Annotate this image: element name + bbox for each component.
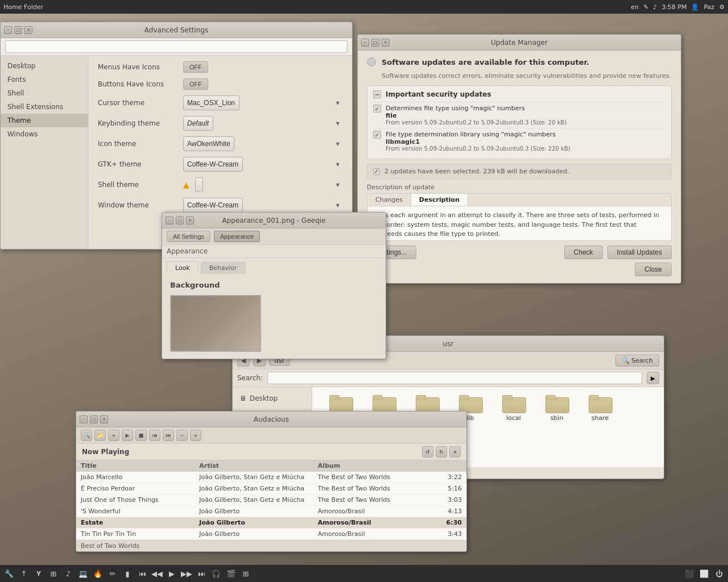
bp-media-play-icon[interactable]: ▶ (165, 567, 179, 580)
track-5-estate[interactable]: Estate João Gilberto Amoroso/Brasil 6:30 (76, 517, 466, 529)
volume-icon[interactable]: ♪ (653, 3, 657, 11)
fm-search-button[interactable]: 🔍 Search (615, 355, 659, 367)
audacious-folder-btn[interactable]: 📁 (94, 430, 106, 441)
fm-folder-local[interactable]: local (497, 394, 531, 422)
cursor-theme-select[interactable]: Mac_OSX_Lion (183, 95, 239, 110)
keybinding-theme-select-wrapper: Default (183, 116, 343, 131)
update-libmagic-meta: From version 5.09-2ubuntu0.2 to 5.09-2ub… (386, 146, 665, 152)
bp-box-icon[interactable]: ⊞ (47, 567, 60, 580)
audacious-next-btn[interactable]: ⏭ (163, 430, 174, 441)
window-minimize-btn[interactable]: – (4, 26, 12, 34)
bp-media-back-icon[interactable]: ⏮ (135, 567, 149, 580)
sidebar-item-shell-extensions[interactable]: Shell Extensions (1, 100, 88, 114)
update-section-checkbox[interactable] (373, 90, 381, 98)
bp-music-icon[interactable]: ♪ (61, 567, 75, 580)
audacious-refresh-btn[interactable]: ↺ (422, 446, 433, 458)
sidebar-item-shell[interactable]: Shell (1, 86, 88, 100)
update-install-button[interactable]: Install Updates (607, 246, 672, 259)
update-file-desc: Determines file type using "magic" numbe… (386, 105, 665, 112)
all-settings-button[interactable]: All Settings (167, 231, 210, 242)
window-theme-select[interactable]: Coffee-W-Cream (183, 198, 243, 213)
audacious-minimize[interactable]: – (80, 415, 88, 423)
appearance-tab-look[interactable]: Look (167, 261, 198, 274)
username: Paz (704, 3, 714, 11)
shell-theme-warning-icon: ▲ (183, 180, 189, 189)
update-file-meta: From version 5.09-2ubuntu0.2 to 5.09-2ub… (386, 119, 665, 126)
fm-folder-share[interactable]: share (583, 394, 617, 422)
settings-icon[interactable]: ⚙ (719, 3, 725, 11)
appearance-tab-behavior[interactable]: Behavior (201, 261, 246, 274)
audacious-vol-down-btn[interactable]: − (176, 430, 188, 441)
audacious-vol-up-btn[interactable]: + (190, 430, 201, 441)
bp-power-icon[interactable]: ⏻ (712, 567, 726, 580)
bp-media-fwd-icon[interactable]: ⏭ (195, 567, 208, 580)
track-4[interactable]: 'S Wonderful João Gilberto Amoroso/Brasi… (76, 506, 466, 517)
home-folder-label[interactable]: Home Folder (3, 3, 43, 11)
appearance-button[interactable]: Appearance (214, 231, 260, 242)
audacious-maximize[interactable]: □ (90, 415, 98, 423)
bp-flame-icon[interactable]: 🔥 (91, 567, 105, 580)
audacious-np-add-btn[interactable]: + (449, 446, 461, 458)
audacious-loop-btn[interactable]: ↻ (436, 446, 447, 458)
bp-resize-icon[interactable]: ⬜ (697, 567, 711, 580)
sidebar-item-desktop[interactable]: Desktop (1, 59, 88, 73)
sidebar-item-windows[interactable]: Windows (1, 127, 88, 141)
icon-theme-label: Icon theme (98, 140, 177, 148)
bp-display-icon[interactable]: ⬛ (682, 567, 696, 580)
bp-media-next-icon[interactable]: ▶▶ (180, 567, 193, 580)
advanced-settings-titlebar: – □ × Advanced Settings (1, 22, 352, 38)
keyboard-layout[interactable]: en (631, 3, 639, 11)
update-libmagic-checkbox[interactable] (373, 131, 381, 139)
appearance-maximize[interactable]: □ (176, 217, 184, 225)
track-6[interactable]: Tin Tin Por Tin Tin João Gilberto Amoros… (76, 529, 466, 540)
track-1[interactable]: João Marcello João Gilberto, Stan Getz e… (76, 472, 466, 483)
bp-wrench-icon[interactable]: 🔧 (2, 567, 16, 580)
icon-theme-select[interactable]: AwOkenWhite (183, 136, 234, 151)
audacious-play-btn[interactable]: ▶ (122, 430, 133, 441)
appearance-minimize[interactable]: – (166, 217, 173, 225)
update-file-checkbox[interactable] (373, 105, 381, 113)
update-manager-maximize[interactable]: □ (371, 39, 379, 47)
audacious-magnify-btn[interactable]: 🔍 (81, 430, 92, 441)
track-1-artist: João Gilberto, Stan Getz e Miúcha (199, 473, 317, 481)
window-maximize-btn[interactable]: □ (14, 26, 22, 34)
bp-computer-icon[interactable]: 💻 (76, 567, 90, 580)
fm-folder-sbin[interactable]: sbin (540, 394, 574, 422)
buttons-have-icons-toggle[interactable]: OFF (183, 78, 208, 90)
audacious-stop-btn[interactable]: ■ (135, 430, 147, 441)
update-close-button[interactable]: Close (635, 263, 672, 276)
update-tab-description[interactable]: Description (411, 194, 468, 206)
user-icon: 👤 (691, 3, 699, 11)
sidebar-item-theme[interactable]: Theme (1, 114, 88, 127)
bp-media-prev-icon[interactable]: ◀◀ (150, 567, 164, 580)
track-3[interactable]: Just One of Those Things João Gilberto, … (76, 494, 466, 506)
fm-sidebar-item-desktop[interactable]: 🖥 Desktop (233, 392, 312, 405)
bp-grid-icon[interactable]: ⊞ (239, 567, 253, 580)
update-check-button[interactable]: Check (564, 246, 603, 259)
bp-y-icon[interactable]: Y (32, 567, 46, 580)
track-4-title: 'S Wonderful (81, 508, 199, 515)
audacious-add-btn[interactable]: + (108, 430, 119, 441)
update-tab-changes[interactable]: Changes (367, 194, 411, 206)
advanced-settings-search-input[interactable] (5, 40, 348, 53)
window-close-btn[interactable]: × (24, 26, 32, 34)
gtk-theme-select[interactable]: Coffee-W-Cream (183, 157, 243, 172)
fm-search-input[interactable] (267, 372, 642, 384)
keybinding-theme-select[interactable]: Default (183, 116, 213, 131)
update-manager-minimize[interactable]: – (361, 39, 369, 47)
audacious-close[interactable]: × (100, 415, 108, 423)
bp-arrow-icon[interactable]: ↑ (17, 567, 31, 580)
window-theme-label: Window theme (98, 201, 177, 209)
bp-headphones-icon[interactable]: 🎧 (209, 567, 223, 580)
sidebar-item-fonts[interactable]: Fonts (1, 73, 88, 86)
bp-film-icon[interactable]: 🎬 (224, 567, 238, 580)
bp-terminal-icon[interactable]: ▮ (121, 567, 134, 580)
bp-edit-icon[interactable]: ✏ (106, 567, 119, 580)
fm-search-go-button[interactable]: ▶ (647, 372, 659, 384)
track-2[interactable]: É Preciso Perdoar João Gilberto, Stan Ge… (76, 483, 466, 494)
appearance-close[interactable]: × (186, 217, 194, 225)
menus-have-icons-toggle[interactable]: OFF (183, 61, 208, 73)
shell-theme-select[interactable] (195, 177, 203, 192)
audacious-prev-btn[interactable]: ⏮ (149, 430, 160, 441)
update-manager-close[interactable]: × (382, 39, 390, 47)
